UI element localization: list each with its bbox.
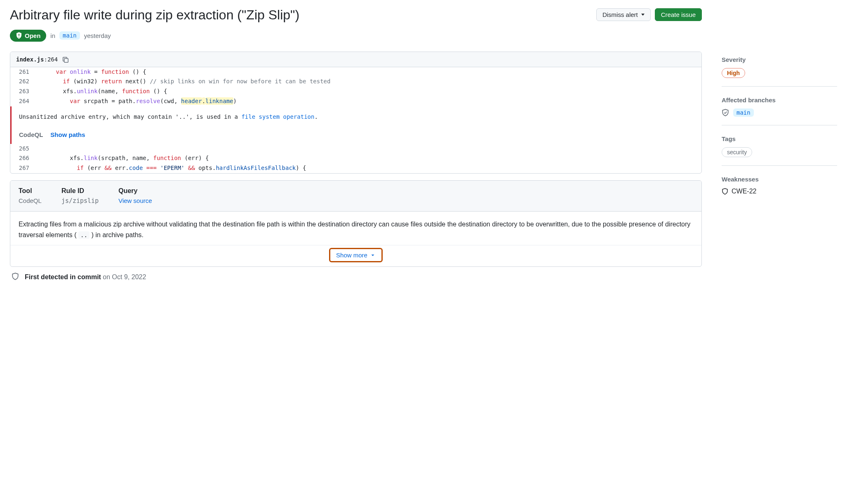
code-content: if (err && err.code === 'EPERM' && opts.… — [35, 163, 701, 173]
weakness-label: CWE-22 — [732, 188, 756, 195]
affected-branch-chip[interactable]: main — [733, 108, 754, 117]
show-more-label: Show more — [336, 252, 367, 259]
create-issue-button[interactable]: Create issue — [655, 8, 702, 21]
code-content — [35, 144, 701, 154]
code-line: 265 — [10, 144, 701, 154]
severity-heading: Severity — [722, 56, 837, 63]
shield-icon — [12, 273, 19, 281]
status-time: yesterday — [84, 32, 111, 39]
file-header: index.js:264 — [10, 52, 701, 67]
note-message-post: . — [314, 113, 318, 120]
line-number: 262 — [10, 77, 35, 87]
tag-pill-security[interactable]: security — [722, 147, 752, 157]
code-content: var srcpath = path.resolve(cwd, header.l… — [35, 97, 701, 106]
meta-header: Tool CodeQL Rule ID js/zipslip Query Vie… — [10, 181, 701, 212]
line-number: 263 — [10, 87, 35, 97]
dismiss-alert-button[interactable]: Dismiss alert — [596, 8, 651, 21]
line-number: 267 — [10, 163, 35, 173]
weakness-row[interactable]: CWE-22 — [722, 188, 837, 195]
chevron-down-icon — [370, 252, 376, 258]
show-paths-link[interactable]: Show paths — [50, 131, 85, 138]
tags-heading: Tags — [722, 135, 837, 142]
alert-note-block: Unsanitized archive entry, which may con… — [10, 106, 701, 144]
note-message-pre: Unsanitized archive entry, which may con… — [19, 113, 241, 120]
affected-branch-row: main — [722, 108, 837, 117]
code-line: 267 if (err && err.code === 'EPERM' && o… — [10, 163, 701, 173]
code-content: xfs.link(srcpath, name, function (err) { — [35, 153, 701, 163]
shield-check-icon — [722, 109, 729, 116]
timeline-bold: First detected in commit — [25, 273, 101, 280]
shield-icon — [722, 188, 728, 195]
code-line: 261 var onlink = function () { — [10, 67, 701, 77]
meta-tool-label: Tool — [19, 187, 42, 195]
status-branch-chip[interactable]: main — [59, 31, 80, 40]
code-content: xfs.unlink(name, function () { — [35, 87, 701, 97]
code-content: var onlink = function () { — [35, 67, 701, 77]
line-number: 266 — [10, 153, 35, 163]
affected-branches-heading: Affected branches — [722, 97, 837, 104]
description-text: Extracting files from a malicious zip ar… — [19, 219, 693, 240]
chevron-down-icon — [641, 14, 645, 16]
page-title: Arbitrary file write during zip extracti… — [10, 7, 299, 24]
meta-rule-value: js/zipslip — [61, 197, 99, 205]
code-block-after: 265266 xfs.link(srcpath, name, function … — [10, 144, 701, 173]
code-line: 264 var srcpath = path.resolve(cwd, head… — [10, 97, 701, 106]
code-line: 266 xfs.link(srcpath, name, function (er… — [10, 153, 701, 163]
meta-tool-value: CodeQL — [19, 197, 42, 204]
description-code: .. — [78, 231, 89, 239]
meta-query-label: Query — [118, 187, 152, 195]
severity-pill: High — [722, 68, 745, 78]
copy-icon[interactable] — [62, 56, 68, 63]
note-tool-label: CodeQL — [19, 131, 43, 138]
line-number: 265 — [10, 144, 35, 154]
code-line: 262 if (win32) return next() // skip lin… — [10, 77, 701, 87]
status-label: Open — [25, 32, 40, 39]
status-in-label: in — [50, 32, 55, 39]
line-number: 264 — [10, 97, 35, 106]
note-message-link[interactable]: file system operation — [241, 113, 314, 120]
meta-rule-label: Rule ID — [61, 187, 99, 195]
code-line: 263 xfs.unlink(name, function () { — [10, 87, 701, 97]
dismiss-alert-label: Dismiss alert — [602, 11, 638, 18]
status-badge: Open — [10, 30, 46, 42]
meta-query-link[interactable]: View source — [118, 197, 152, 204]
show-more-button[interactable]: Show more — [332, 250, 380, 260]
file-location[interactable]: index.js:264 — [16, 56, 58, 63]
code-block-before: 261 var onlink = function () {262 if (wi… — [10, 67, 701, 106]
shield-alert-icon — [16, 32, 22, 39]
weaknesses-heading: Weaknesses — [722, 176, 837, 183]
code-content: if (win32) return next() // skip links o… — [35, 77, 701, 87]
line-number: 261 — [10, 67, 35, 77]
timeline-date: on Oct 9, 2022 — [101, 273, 146, 280]
